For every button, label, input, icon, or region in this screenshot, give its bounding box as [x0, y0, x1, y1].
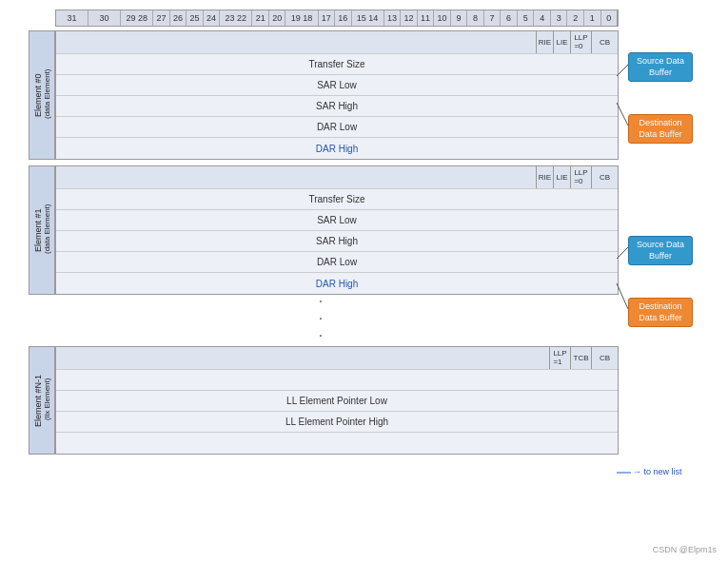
llp-cell-0: LLP=0: [570, 31, 591, 53]
sar-low-label-0: SAR Low: [56, 80, 618, 90]
element-n-empty-row-2: [56, 433, 618, 454]
element-1-sar-high-row: SAR High: [56, 231, 618, 252]
element-1-header-row: RIE LIE LLP=0 CB: [56, 166, 618, 189]
to-new-list-label: → to new list: [633, 467, 682, 476]
element-n-header-row: LLP=1 TCB CB: [56, 347, 618, 370]
element-0-dar-high-row: DAR High: [56, 138, 618, 159]
element-n-empty-row-1: [56, 370, 618, 391]
dar-high-label-0: DAR High: [56, 144, 618, 154]
element-1-group: Element #1 (data Element) RIE LIE LLP=0 …: [29, 165, 619, 295]
sar-low-label-1: SAR Low: [56, 215, 618, 225]
cb-cell-1: CB: [591, 166, 618, 188]
element-1-transfer-size-row: Transfer Size: [56, 189, 618, 210]
dar-low-label-0: DAR Low: [56, 122, 618, 132]
tcb-cell-n: TCB: [570, 347, 591, 369]
element-1-rows: RIE LIE LLP=0 CB Transfer Size SAR Low S…: [55, 165, 619, 295]
transfer-size-label-1: Transfer Size: [56, 194, 618, 204]
element-n-rows: LLP=1 TCB CB LL Element Pointer Low LL E…: [55, 346, 619, 455]
cb-cell-0: CB: [591, 31, 618, 53]
element-0-dar-low-row: DAR Low: [56, 117, 618, 138]
main-container: 31 30 29 28 27 26 25 24 23 22 21 20 19 1…: [0, 0, 728, 562]
element-n-ll-low-row: LL Element Pointer Low: [56, 391, 618, 412]
ll-pointer-high-label: LL Element Pointer High: [56, 417, 618, 427]
element-n-label: Element #N-1 (llx Element): [29, 346, 55, 455]
diagram-area: 31 30 29 28 27 26 25 24 23 22 21 20 19 1…: [29, 10, 619, 542]
element-0-group: Element #0 (data Element) RIE LIE LLP=0 …: [29, 30, 619, 160]
sar-high-label-1: SAR High: [56, 236, 618, 246]
dest-buffer-annotation-0: Destination Data Buffer: [628, 114, 693, 144]
element-0-transfer-size-row: Transfer Size: [56, 54, 618, 75]
element-1-sar-low-row: SAR Low: [56, 210, 618, 231]
element-0-sar-low-row: SAR Low: [56, 75, 618, 96]
watermark: CSDN @Elpm1s: [653, 545, 717, 554]
element-0-rows: RIE LIE LLP=0 CB Transfer Size SAR Low S…: [55, 30, 619, 160]
llp-cell-n: LLP=1: [549, 347, 570, 369]
element-0-header-row: RIE LIE LLP=0 CB: [56, 31, 618, 54]
element-n-ll-high-row: LL Element Pointer High: [56, 412, 618, 433]
dar-low-label-1: DAR Low: [56, 257, 618, 267]
dots: ···: [319, 293, 328, 344]
lie-cell-1: LIE: [553, 166, 570, 188]
dots-section: ···: [29, 295, 619, 342]
dest-buffer-annotation-1: Destination Data Buffer: [628, 298, 693, 327]
rie-cell-1: RIE: [536, 166, 553, 188]
source-buffer-annotation-0: Source Data Buffer: [628, 52, 693, 82]
element-0-sar-high-row: SAR High: [56, 96, 618, 117]
llp-cell-1: LLP=0: [570, 166, 591, 188]
source-buffer-annotation-1: Source Data Buffer: [628, 236, 693, 265]
rie-cell-0: RIE: [536, 31, 553, 53]
dar-high-label-1: DAR High: [56, 279, 618, 289]
cb-cell-n: CB: [591, 347, 618, 369]
element-0-label: Element #0 (data Element): [29, 30, 55, 160]
element-1-label: Element #1 (data Element): [29, 165, 55, 295]
ll-pointer-low-label: LL Element Pointer Low: [56, 396, 618, 406]
element-1-dar-low-row: DAR Low: [56, 252, 618, 273]
sar-high-label-0: SAR High: [56, 101, 618, 111]
element-1-dar-high-row: DAR High: [56, 273, 618, 294]
transfer-size-label-0: Transfer Size: [56, 59, 618, 69]
lie-cell-0: LIE: [553, 31, 570, 53]
element-n-group: Element #N-1 (llx Element) LLP=1 TCB CB …: [29, 346, 619, 455]
